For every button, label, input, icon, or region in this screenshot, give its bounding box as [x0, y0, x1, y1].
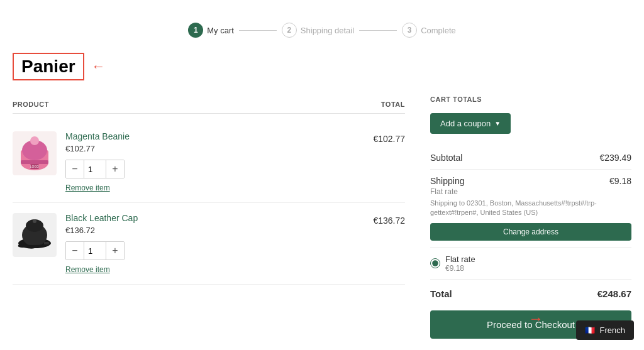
cart-item-beanie-left: LOGO Magenta Beanie €102.77 − + Remove i… — [13, 131, 130, 192]
lang-arrow-icon: → — [528, 310, 543, 327]
qty-increase-cap[interactable]: + — [106, 242, 124, 260]
shipping-row-top: Shipping €9.18 — [430, 176, 631, 186]
shipping-value: €9.18 — [609, 176, 631, 186]
step-1-label: My cart — [207, 26, 234, 35]
cart-total-cap: €136.72 — [373, 213, 405, 226]
step-divider-2 — [359, 30, 397, 31]
add-coupon-button[interactable]: Add a coupon ▼ — [430, 113, 511, 134]
total-value: €248.67 — [597, 288, 631, 299]
cart-totals-title: CART TOTALS — [430, 96, 482, 103]
product-info-beanie: Magenta Beanie €102.77 − + Remove item — [65, 131, 130, 192]
product-image-beanie: LOGO — [13, 131, 57, 175]
total-label: Total — [430, 288, 452, 299]
shipping-address: Shipping to 02301, Boston, Massachusetts… — [430, 199, 631, 218]
shipping-row: Shipping €9.18 Flat rate Shipping to 023… — [430, 170, 631, 248]
checkout-steps: 1 My cart 2 Shipping detail 3 Complete — [13, 13, 631, 53]
product-price-cap: €136.72 — [65, 226, 138, 235]
qty-input-beanie[interactable] — [84, 160, 106, 178]
step-3-num: 3 — [402, 23, 417, 38]
totals-section-header: CART TOTALS — [430, 96, 631, 113]
cart-header-total: TOTAL — [381, 101, 405, 108]
total-row: Total €248.67 — [430, 280, 631, 308]
main-layout: PRODUCT TOTAL — [13, 96, 631, 339]
flat-rate-row: Flat rate €9.18 — [430, 248, 631, 280]
subtotal-value: €239.49 — [599, 153, 631, 163]
cart-item-beanie: LOGO Magenta Beanie €102.77 − + Remove i… — [13, 121, 405, 203]
qty-input-cap[interactable] — [84, 242, 106, 260]
add-coupon-label: Add a coupon — [440, 119, 491, 128]
product-price-beanie: €102.77 — [65, 144, 130, 153]
cart-item-cap-left: Black Leather Cap €136.72 − + Remove ite… — [13, 213, 138, 274]
flat-rate-sublabel: Flat rate — [430, 187, 631, 196]
flat-rate-info: Flat rate €9.18 — [445, 254, 475, 273]
page-title: Panier — [21, 57, 75, 77]
qty-decrease-beanie[interactable]: − — [66, 160, 84, 178]
step-2-label: Shipping detail — [301, 26, 354, 35]
cart-item-cap: Black Leather Cap €136.72 − + Remove ite… — [13, 203, 405, 285]
svg-point-4 — [30, 136, 39, 145]
shipping-label: Shipping — [430, 176, 465, 186]
qty-decrease-cap[interactable]: − — [66, 242, 84, 260]
step-2-num: 2 — [282, 23, 297, 38]
flat-rate-option-price: €9.18 — [445, 264, 475, 273]
remove-beanie[interactable]: Remove item — [65, 183, 130, 192]
svg-point-12 — [33, 219, 36, 223]
step-1-num: 1 — [188, 23, 203, 38]
product-name-cap[interactable]: Black Leather Cap — [65, 213, 138, 223]
totals-section: CART TOTALS Add a coupon ▼ Subtotal €239… — [430, 96, 631, 339]
beanie-svg: LOGO — [13, 131, 57, 175]
language-label: French — [600, 325, 625, 335]
cart-table-header: PRODUCT TOTAL — [13, 96, 405, 114]
qty-control-cap: − + — [65, 241, 125, 260]
qty-control-beanie: − + — [65, 160, 125, 178]
svg-rect-5 — [21, 160, 48, 164]
remove-cap[interactable]: Remove item — [65, 265, 138, 274]
page-title-box: Panier — [13, 53, 84, 80]
page-title-row: Panier ← — [13, 53, 631, 80]
subtotal-row: Subtotal €239.49 — [430, 146, 631, 170]
product-info-cap: Black Leather Cap €136.72 − + Remove ite… — [65, 213, 138, 274]
svg-text:LOGO: LOGO — [30, 165, 40, 168]
language-flag: 🇫🇷 — [585, 325, 595, 335]
arrow-icon: ← — [92, 58, 106, 75]
change-address-button[interactable]: Change address — [430, 223, 631, 241]
subtotal-label: Subtotal — [430, 153, 462, 163]
step-3-label: Complete — [421, 26, 456, 35]
flat-rate-radio[interactable] — [430, 258, 440, 268]
language-selector[interactable]: 🇫🇷 French — [576, 320, 634, 340]
step-2: 2 Shipping detail — [282, 23, 354, 38]
cap-svg — [13, 213, 57, 257]
cart-section: PRODUCT TOTAL — [13, 96, 405, 285]
cart-total-beanie: €102.77 — [373, 131, 405, 144]
step-3: 3 Complete — [402, 23, 456, 38]
step-divider-1 — [239, 30, 277, 31]
cart-header-product: PRODUCT — [13, 101, 49, 108]
flat-rate-option-label: Flat rate — [445, 254, 475, 264]
product-image-cap — [13, 213, 57, 257]
svg-rect-13 — [44, 242, 49, 244]
chevron-down-icon: ▼ — [494, 120, 501, 127]
step-1: 1 My cart — [188, 23, 234, 38]
qty-increase-beanie[interactable]: + — [106, 160, 124, 178]
product-name-beanie[interactable]: Magenta Beanie — [65, 131, 130, 141]
